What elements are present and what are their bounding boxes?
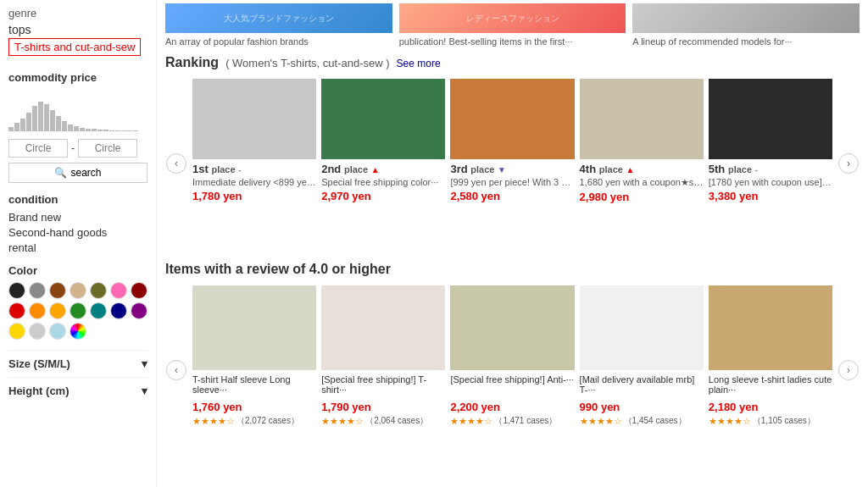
size-label: Size (S/M/L) — [8, 357, 70, 370]
height-section: Height (cm) ▾ — [8, 377, 147, 397]
color-dot-navy[interactable] — [110, 302, 127, 319]
condition-secondhand[interactable]: Second-hand goods — [8, 226, 147, 239]
banner-item-1[interactable]: レディースファッションpublication! Best-selling ite… — [399, 3, 626, 47]
color-dot-red[interactable] — [8, 302, 25, 319]
color-dot-pink[interactable] — [110, 282, 127, 299]
svg-rect-17 — [109, 130, 114, 131]
items-next-arrow-icon: › — [838, 360, 859, 380]
item-desc-2: [Special free shipping!] T-shirt··· — [321, 374, 445, 398]
svg-rect-15 — [97, 130, 103, 131]
rank-img-2 — [321, 79, 445, 159]
main-content: 大人気ブランドファッションAn array of popular fashion… — [157, 0, 868, 487]
item-desc-5: Long sleeve t-shirt ladies cute plain··· — [709, 374, 832, 398]
height-header[interactable]: Height (cm) ▾ — [8, 385, 147, 397]
color-dot-black[interactable] — [8, 282, 25, 299]
item-price-4: 990 yen — [580, 401, 704, 413]
items-prev-nav[interactable]: ‹ — [165, 285, 187, 455]
color-title: Color — [8, 264, 147, 277]
color-dot-purple[interactable] — [131, 302, 147, 319]
color-dot-orange[interactable] — [29, 302, 46, 319]
price-min-input[interactable] — [8, 139, 68, 158]
rank-item-1[interactable]: 1st place -Immediate delivery <899 yen p… — [192, 79, 316, 203]
rank-price-5: 3,380 yen — [709, 190, 832, 202]
item-card-3[interactable]: [Special free shipping!] Anti-···2,200 y… — [450, 285, 574, 427]
condition-rental[interactable]: rental — [8, 241, 147, 254]
search-button[interactable]: 🔍 search — [8, 163, 147, 183]
rank-item-5[interactable]: 5th place -[1780 yen with coupon use] Un… — [709, 79, 832, 203]
item-desc-4: [Mail delivery available mrb] T-··· — [580, 374, 704, 398]
ranking-next-nav[interactable]: › — [837, 79, 860, 248]
svg-rect-16 — [103, 130, 108, 131]
color-dot-green[interactable] — [70, 302, 86, 319]
ranking-title: Ranking — [165, 55, 219, 70]
rank-img-3 — [450, 79, 574, 159]
size-header[interactable]: Size (S/M/L) ▾ — [8, 357, 147, 370]
banner-img-0: 大人気ブランドファッション — [165, 3, 392, 33]
search-label: search — [70, 167, 101, 179]
item-desc-3: [Special free shipping!] Anti-··· — [450, 374, 574, 398]
color-dot-dark-red[interactable] — [131, 282, 147, 299]
items-prev-arrow-icon: ‹ — [166, 360, 186, 380]
color-dot-rainbow[interactable] — [70, 323, 86, 340]
item-img-1 — [192, 285, 316, 370]
item-price-5: 2,180 yen — [709, 401, 832, 413]
color-dot-tan[interactable] — [70, 282, 86, 299]
color-dot-olive[interactable] — [90, 282, 107, 299]
item-stars-1: ★★★★☆ （2,072 cases） — [192, 415, 316, 427]
item-price-1: 1,760 yen — [192, 401, 316, 413]
rank-desc-4: 1,680 yen with a coupon★skyward··· — [580, 177, 704, 188]
svg-rect-11 — [74, 126, 79, 131]
color-dot-light-blue[interactable] — [49, 323, 66, 340]
rank-label-1: 1st place - — [192, 163, 316, 175]
items-next-nav[interactable]: › — [837, 285, 860, 455]
item-price-2: 1,790 yen — [321, 401, 445, 413]
rank-item-2[interactable]: 2nd place ▲Special free shipping color··… — [321, 79, 445, 203]
condition-brandnew[interactable]: Brand new — [8, 211, 147, 224]
item-img-3 — [450, 285, 574, 370]
see-more-link[interactable]: See more — [397, 58, 441, 69]
color-dot-yellow[interactable] — [8, 323, 25, 340]
rank-desc-3: [999 yen per piece! With 3 coupons]··· — [450, 177, 574, 187]
color-dot-light-gray[interactable] — [29, 323, 46, 340]
item-price-3: 2,200 yen — [450, 401, 574, 413]
item-stars-5: ★★★★☆ （1,105 cases） — [709, 415, 832, 427]
next-arrow-icon: › — [838, 153, 859, 174]
svg-rect-12 — [80, 128, 85, 131]
color-dot-yellow-orange[interactable] — [49, 302, 66, 319]
rank-img-5 — [709, 79, 832, 159]
rank-desc-1: Immediate delivery <899 yen per she··· — [192, 177, 316, 187]
height-label: Height (cm) — [8, 385, 70, 397]
item-card-4[interactable]: [Mail delivery available mrb] T-···990 y… — [580, 285, 704, 427]
svg-rect-21 — [133, 130, 138, 131]
rank-img-1 — [192, 79, 316, 159]
high-rated-title: Items with a review of 4.0 or higher — [165, 262, 860, 277]
rank-item-3[interactable]: 3rd place ▼[999 yen per piece! With 3 co… — [450, 79, 574, 203]
rank-item-4[interactable]: 4th place ▲1,680 yen with a coupon★skywa… — [580, 79, 704, 203]
price-range: - — [8, 139, 147, 158]
rank-label-4: 4th place ▲ — [580, 163, 704, 175]
banner-img-1: レディースファッション — [399, 3, 626, 33]
color-dot-teal[interactable] — [90, 302, 107, 319]
ranking-prev-nav[interactable]: ‹ — [165, 79, 187, 248]
item-stars-2: ★★★★☆ （2,064 cases） — [321, 415, 445, 427]
color-grid — [8, 282, 147, 340]
color-dot-gray[interactable] — [29, 282, 46, 299]
banner-item-0[interactable]: 大人気ブランドファッションAn array of popular fashion… — [165, 3, 392, 47]
rank-desc-2: Special free shipping color··· — [321, 177, 445, 187]
sidebar-tops[interactable]: tops — [8, 23, 147, 36]
color-section: Color — [8, 264, 147, 340]
item-card-5[interactable]: Long sleeve t-shirt ladies cute plain···… — [709, 285, 832, 427]
high-rated-section: Items with a review of 4.0 or higher ‹ T… — [165, 262, 860, 455]
item-card-2[interactable]: [Special free shipping!] T-shirt···1,790… — [321, 285, 445, 427]
banner-text-1: publication! Best-selling items in the f… — [399, 36, 626, 47]
banner-item-2[interactable]: A lineup of recommended models for··· — [632, 3, 860, 47]
svg-rect-2 — [20, 119, 25, 131]
item-img-2 — [321, 285, 445, 370]
item-card-1[interactable]: T-shirt Half sleeve Long sleeve···1,760 … — [192, 285, 316, 427]
sidebar-tshirts[interactable]: T-shirts and cut-and-sew — [8, 38, 141, 56]
svg-rect-7 — [50, 110, 55, 131]
svg-rect-8 — [56, 116, 61, 131]
svg-rect-0 — [8, 127, 14, 131]
price-max-input[interactable] — [78, 139, 137, 158]
color-dot-brown[interactable] — [49, 282, 66, 299]
